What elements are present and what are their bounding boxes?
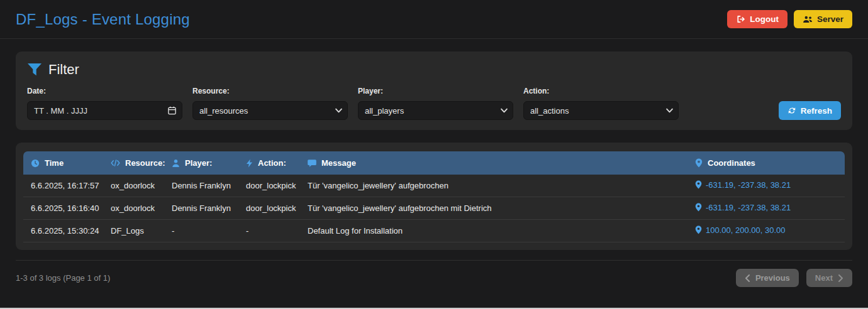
cell-resource: ox_doorlock (103, 181, 164, 190)
chat-icon (308, 159, 316, 168)
filter-fields: Date: Resource: (27, 87, 841, 120)
logout-icon (736, 14, 745, 24)
cell-message: Tür 'vangelico_jewellery' aufgebrochen m… (300, 203, 687, 213)
log-table-panel: Time Resource: (16, 143, 852, 250)
table-row[interactable]: 6.6.2025, 15:30:24 DF_Logs - - Default L… (23, 220, 845, 242)
cell-message: Default Log for Installation (300, 226, 687, 236)
filter-header: Filter (27, 62, 841, 78)
user-icon (172, 159, 180, 168)
action-label: Action: (523, 87, 679, 95)
map-pin-icon (695, 225, 702, 234)
cell-message: Tür 'vangelico_jewellery' aufgebrochen (300, 181, 687, 190)
bolt-icon (246, 159, 253, 168)
cell-resource: DF_Logs (103, 226, 164, 236)
filter-panel: Filter Date: (16, 52, 852, 130)
table-row[interactable]: 6.6.2025, 16:16:40 ox_doorlock Dennis Fr… (23, 197, 845, 220)
table-row[interactable]: 6.6.2025, 16:17:57 ox_doorlock Dennis Fr… (23, 175, 845, 197)
resource-label: Resource: (192, 87, 348, 95)
resource-select[interactable]: all_resources (192, 101, 348, 120)
next-page-button[interactable]: Next (806, 269, 852, 287)
refresh-label: Refresh (801, 106, 832, 116)
previous-page-button[interactable]: Previous (736, 269, 799, 287)
topbar-actions: Logout Server (727, 10, 852, 28)
column-header-player: Player: (164, 158, 238, 168)
column-header-coordinates: Coordinates (687, 158, 845, 168)
coordinates-link[interactable]: 100.00, 200.00, 30.00 (695, 225, 786, 235)
column-header-action: Action: (238, 158, 300, 168)
cell-player: - (164, 226, 238, 236)
cell-player: Dennis Franklyn (164, 181, 238, 190)
date-input[interactable] (27, 101, 182, 120)
resource-field: Resource: all_resources (192, 87, 348, 120)
date-field: Date: (27, 87, 182, 120)
footer-divider (16, 260, 852, 261)
code-icon (111, 159, 120, 167)
cell-time: 6.6.2025, 16:16:40 (23, 203, 103, 213)
column-header-time: Time (23, 158, 103, 168)
logout-label: Logout (750, 14, 779, 24)
map-pin-icon (695, 180, 702, 189)
clock-icon (31, 159, 40, 168)
chevron-right-icon (838, 274, 843, 282)
date-label: Date: (27, 87, 182, 95)
coordinates-link[interactable]: -631.19, -237.38, 38.21 (695, 203, 791, 212)
refresh-icon (787, 106, 796, 115)
map-pin-icon (695, 203, 702, 212)
logout-button[interactable]: Logout (727, 10, 787, 28)
coordinates-link[interactable]: -631.19, -237.38, 38.21 (695, 180, 791, 190)
column-header-resource: Resource: (103, 158, 164, 168)
cell-player: Dennis Franklyn (164, 203, 238, 213)
cell-resource: ox_doorlock (103, 203, 164, 213)
filter-title: Filter (48, 62, 79, 78)
action-select[interactable]: all_actions (523, 101, 679, 120)
users-icon (803, 15, 813, 24)
chevron-left-icon (745, 274, 750, 282)
filter-icon (27, 63, 42, 77)
action-field: Action: all_actions (523, 87, 679, 120)
column-header-message: Message (300, 158, 687, 168)
cell-action: door_lockpick (238, 203, 300, 213)
server-button[interactable]: Server (794, 10, 852, 28)
player-field: Player: all_players (358, 87, 513, 120)
cell-time: 6.6.2025, 16:17:57 (23, 181, 103, 190)
table-header-row: Time Resource: (23, 151, 845, 175)
page-title: DF_Logs - Event Logging (16, 11, 190, 28)
cell-time: 6.6.2025, 15:30:24 (23, 226, 103, 236)
top-bar: DF_Logs - Event Logging Logout (0, 0, 868, 39)
pagination-bar: 1-3 of 3 logs (Page 1 of 1) Previous Nex… (16, 269, 852, 287)
cell-action: door_lockpick (238, 181, 300, 190)
log-count-summary: 1-3 of 3 logs (Page 1 of 1) (16, 273, 110, 283)
server-label: Server (817, 14, 843, 24)
main-content: Filter Date: (0, 39, 868, 287)
refresh-button[interactable]: Refresh (779, 101, 841, 120)
player-select[interactable]: all_players (358, 101, 513, 120)
map-pin-icon (695, 158, 703, 168)
player-label: Player: (358, 87, 513, 95)
cell-action: - (238, 226, 300, 236)
